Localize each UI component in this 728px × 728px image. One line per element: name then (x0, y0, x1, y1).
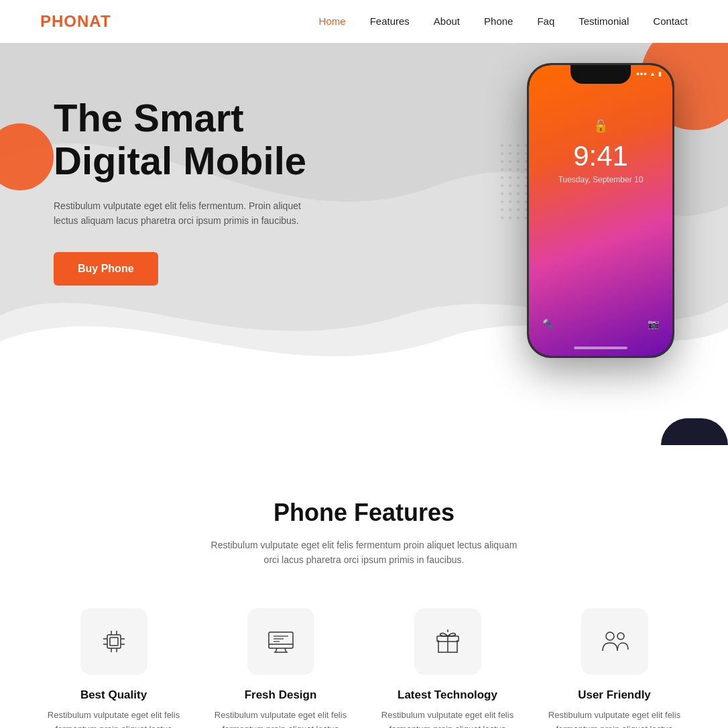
phone-lock-area: 🔓 9:41 Tuesday, September 10 (558, 119, 644, 184)
phone-wifi: ▲ (650, 70, 656, 77)
features-title: Phone Features (40, 499, 688, 527)
technology-desc: Restibulum vulputate eget elit felis fer… (374, 709, 521, 728)
nav-item-home[interactable]: Home (319, 15, 346, 27)
quality-icon-box (80, 608, 147, 675)
nav-link-faq[interactable]: Faq (537, 15, 554, 27)
hero-section: The Smart Digital Mobile Restibulum vulp… (0, 43, 728, 445)
nav-link-contact[interactable]: Contact (653, 15, 688, 27)
nav-links: Home Features About Phone Faq Testimonia… (319, 15, 688, 27)
userfriendly-icon-box (581, 608, 648, 675)
phone-home-bar (574, 347, 627, 349)
design-icon (265, 625, 297, 658)
nav-item-about[interactable]: About (434, 15, 460, 27)
technology-icon (432, 625, 464, 658)
svg-point-23 (606, 632, 614, 640)
phone-date: Tuesday, September 10 (558, 175, 644, 184)
phone-signal: ●●● (636, 70, 647, 77)
technology-name: Latest Technology (398, 688, 497, 702)
userfriendly-desc: Restibulum vulputate eget elit felis fer… (541, 709, 688, 728)
svg-rect-2 (107, 635, 121, 648)
nav-link-phone[interactable]: Phone (484, 15, 513, 27)
nav-item-features[interactable]: Features (370, 15, 410, 27)
phone-mockup: ●●● ▲ ▮ 🔓 9:41 Tuesday, September 10 🔦 📷 (527, 63, 674, 358)
feature-card-technology: Latest Technology Restibulum vulputate e… (374, 608, 521, 728)
feature-card-quality: Best Quality Restibulum vulputate eget e… (40, 608, 187, 728)
phone-bottom-icons: 🔦 📷 (529, 318, 672, 329)
nav-link-about[interactable]: About (434, 15, 460, 27)
nav-item-contact[interactable]: Contact (653, 15, 688, 27)
phone-screen: ●●● ▲ ▮ 🔓 9:41 Tuesday, September 10 🔦 📷 (529, 65, 672, 356)
buy-phone-button[interactable]: Buy Phone (54, 252, 158, 286)
nav-item-faq[interactable]: Faq (537, 15, 554, 27)
svg-point-24 (617, 633, 624, 640)
logo[interactable]: PHONAT (40, 12, 111, 31)
quality-desc: Restibulum vulputate eget elit felis fer… (40, 709, 187, 728)
quality-icon (98, 625, 130, 658)
features-section: Phone Features Restibulum vulputate eget… (0, 445, 728, 728)
phone-status-bar: ●●● ▲ ▮ (636, 70, 662, 77)
design-desc: Restibulum vulputate eget elit felis fer… (207, 709, 354, 728)
svg-rect-3 (110, 638, 118, 646)
hero-content: The Smart Digital Mobile Restibulum vulp… (0, 43, 375, 326)
logo-accent: N (77, 12, 89, 30)
hero-title: The Smart Digital Mobile (54, 97, 322, 182)
navbar: PHONAT Home Features About Phone Faq Tes… (0, 0, 728, 43)
nav-link-testimonial[interactable]: Testimonial (579, 15, 629, 27)
phone-time: 9:41 (558, 140, 644, 172)
userfriendly-name: User Friendly (578, 688, 651, 702)
svg-line-14 (276, 648, 277, 652)
logo-suffix: AT (89, 12, 111, 30)
nav-link-home[interactable]: Home (319, 15, 346, 27)
nav-link-features[interactable]: Features (370, 15, 410, 27)
phone-mockup-container: ●●● ▲ ▮ 🔓 9:41 Tuesday, September 10 🔦 📷 (527, 63, 674, 358)
userfriendly-icon (599, 625, 631, 658)
phone-notch (570, 65, 631, 84)
phone-camera-icon: 📷 (648, 318, 659, 329)
features-subtitle: Restibulum vulputate eget elit felis fer… (210, 538, 518, 568)
quality-name: Best Quality (80, 688, 147, 702)
logo-prefix: PHO (40, 12, 77, 30)
nav-item-testimonial[interactable]: Testimonial (579, 15, 629, 27)
svg-rect-12 (269, 632, 293, 648)
svg-line-15 (285, 648, 286, 652)
feature-card-userfriendly: User Friendly Restibulum vulputate eget … (541, 608, 688, 728)
design-name: Fresh Design (245, 688, 317, 702)
nav-item-phone[interactable]: Phone (484, 15, 513, 27)
feature-card-design: Fresh Design Restibulum vulputate eget e… (207, 608, 354, 728)
hero-subtitle: Restibulum vulputate eget elit felis fer… (54, 198, 322, 229)
hero-title-line1: The Smart (54, 96, 244, 139)
phone-lock-icon: 🔓 (558, 119, 644, 133)
design-icon-box (247, 608, 314, 675)
phone-flashlight-icon: 🔦 (542, 318, 554, 329)
features-grid: Best Quality Restibulum vulputate eget e… (40, 608, 688, 728)
phone-battery: ▮ (658, 70, 662, 77)
hero-title-line2: Digital Mobile (54, 139, 306, 182)
technology-icon-box (414, 608, 481, 675)
